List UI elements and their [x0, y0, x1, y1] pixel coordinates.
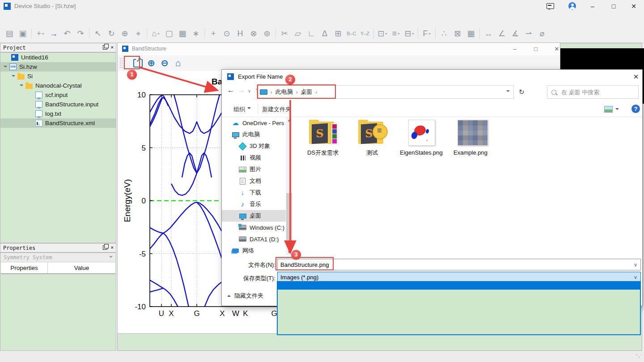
- sidebar-item[interactable]: ↓下载: [222, 187, 286, 198]
- sidebar-item[interactable]: 文档: [222, 175, 286, 187]
- menu-item[interactable]: [58, 16, 70, 18]
- separator[interactable]: [274, 28, 278, 39]
- sidebar-item[interactable]: 桌面: [222, 210, 286, 222]
- fit-view-icon[interactable]: ▢: [162, 27, 176, 40]
- close-button[interactable]: ✕: [627, 2, 640, 11]
- rotate-group-icon[interactable]: ∟: [305, 27, 318, 40]
- align-icon[interactable]: ≡▾: [389, 27, 402, 40]
- chevron-down-icon[interactable]: [506, 90, 510, 94]
- force-icon[interactable]: F▾: [420, 27, 433, 40]
- pan-icon[interactable]: ⌖: [131, 27, 145, 40]
- measure-angle-icon[interactable]: ∠: [495, 27, 508, 40]
- vector-icon[interactable]: ⇀: [522, 27, 535, 40]
- maximize-button[interactable]: □: [529, 45, 542, 53]
- build-molecule-icon[interactable]: ∴: [437, 27, 451, 40]
- cut-bond-icon[interactable]: ✂: [278, 27, 291, 40]
- savetype-option[interactable]: [278, 311, 640, 319]
- feedback-icon[interactable]: [547, 3, 554, 9]
- select-cursor-icon[interactable]: ↖: [91, 27, 105, 40]
- tree-item[interactable]: log.txt: [0, 109, 116, 118]
- separator[interactable]: [372, 28, 376, 39]
- sidebar-item[interactable]: ☁OneDrive - Pers: [222, 117, 286, 129]
- sidebar-item[interactable]: 视频: [222, 152, 286, 164]
- zoom-area-icon[interactable]: ⊕: [118, 27, 131, 40]
- open-file-icon[interactable]: ▤: [3, 27, 16, 40]
- file-item[interactable]: EigenStates.png: [394, 120, 448, 156]
- toolbar-drag-handle[interactable]: [119, 57, 123, 69]
- minimize-button[interactable]: –: [508, 45, 521, 53]
- tree-item[interactable]: Untitled16: [0, 53, 116, 62]
- chevron-down-icon[interactable]: ∨: [631, 262, 640, 268]
- move-atom-icon[interactable]: ▱: [291, 27, 305, 40]
- swap-yz-icon[interactable]: Y–Z: [358, 27, 372, 40]
- scroll-down-icon[interactable]: ▼: [287, 250, 291, 254]
- home-view-icon[interactable]: ⌂▾: [149, 27, 162, 40]
- scroll-up-icon[interactable]: ▲: [287, 118, 291, 122]
- tree-item[interactable]: Nanodcal-Crystal: [0, 81, 116, 90]
- history-chevron-icon[interactable]: ∨: [248, 88, 251, 93]
- undo-icon[interactable]: ↶: [60, 27, 74, 40]
- tree-item[interactable]: BandStructure.input: [0, 100, 116, 109]
- tree-item[interactable]: scf.input: [0, 90, 116, 100]
- swap-bc-icon[interactable]: B–C: [345, 27, 358, 40]
- sidebar-item[interactable]: Windows (C:): [222, 222, 286, 233]
- chevron-down-icon[interactable]: [615, 108, 619, 112]
- add-fragment-icon[interactable]: ⊙: [220, 27, 233, 40]
- maximize-button[interactable]: □: [607, 2, 620, 11]
- separator[interactable]: [478, 28, 482, 39]
- new-file-icon[interactable]: +▾: [34, 27, 47, 40]
- close-button[interactable]: ✕: [550, 45, 564, 53]
- sidebar-item[interactable]: DATA1 (D:): [222, 233, 286, 245]
- zoom-out-button[interactable]: ⊖: [158, 57, 171, 69]
- hide-folders-button[interactable]: 隐藏文件夹: [227, 292, 263, 300]
- savetype-option[interactable]: [278, 304, 640, 312]
- mirror-icon[interactable]: Δ: [318, 27, 331, 40]
- sidebar-item[interactable]: 此电脑: [222, 129, 286, 140]
- float-panel-icon[interactable]: [103, 245, 107, 250]
- savetype-option[interactable]: [278, 327, 640, 334]
- add-atom-icon[interactable]: +: [207, 27, 220, 40]
- rotate-view-icon[interactable]: ↻: [105, 27, 118, 40]
- separator[interactable]: [203, 28, 207, 39]
- home-view-button[interactable]: ⌂: [171, 57, 185, 69]
- close-panel-icon[interactable]: ✕: [110, 46, 114, 49]
- help-button[interactable]: ?: [631, 105, 640, 113]
- add-hydrogen-icon[interactable]: H: [233, 27, 247, 40]
- chevron-down-icon[interactable]: [11, 74, 16, 79]
- search-box[interactable]: [547, 85, 639, 99]
- menu-item[interactable]: [23, 16, 35, 18]
- separator[interactable]: [30, 28, 34, 39]
- sidebar-item[interactable]: 图片: [222, 164, 286, 175]
- resize-grip[interactable]: [636, 354, 641, 359]
- separator[interactable]: [433, 28, 437, 39]
- menu-item[interactable]: [0, 16, 12, 18]
- forward-button[interactable]: →: [238, 86, 245, 94]
- select-mode-icon[interactable]: ⊡▾: [376, 27, 389, 40]
- redo-icon[interactable]: ↷: [74, 27, 87, 40]
- savetype-option[interactable]: [278, 290, 640, 297]
- file-item[interactable]: S测试: [345, 120, 399, 156]
- bond-tool-icon[interactable]: ⌀: [535, 27, 549, 40]
- refresh-icon[interactable]: ↻: [519, 88, 525, 96]
- separator[interactable]: [87, 28, 91, 39]
- tree-item[interactable]: BandStructure.xml: [0, 118, 116, 128]
- sidebar-item[interactable]: 网络: [222, 245, 286, 255]
- scrollbar-thumb[interactable]: [286, 193, 292, 247]
- import-icon[interactable]: →: [47, 27, 60, 40]
- file-item[interactable]: Example.png: [444, 120, 497, 156]
- savetype-option[interactable]: [278, 282, 640, 290]
- menu-item[interactable]: [35, 16, 47, 18]
- file-item[interactable]: SDS开发需求: [296, 120, 350, 156]
- sidebar-item[interactable]: 3D 对象: [222, 140, 286, 152]
- menu-item[interactable]: [47, 16, 58, 18]
- organize-button[interactable]: 组织: [233, 105, 251, 114]
- separator[interactable]: [416, 28, 420, 39]
- magic-wand-icon[interactable]: ∗: [189, 27, 203, 40]
- back-button[interactable]: ←: [227, 86, 234, 94]
- build-lattice-icon[interactable]: ▦: [464, 27, 478, 40]
- menu-item[interactable]: [70, 16, 81, 18]
- save-icon[interactable]: ▣: [16, 27, 30, 40]
- measure-torsion-icon[interactable]: ∡: [508, 27, 522, 40]
- snapshot-icon[interactable]: ▦: [176, 27, 189, 40]
- account-icon[interactable]: [568, 2, 576, 10]
